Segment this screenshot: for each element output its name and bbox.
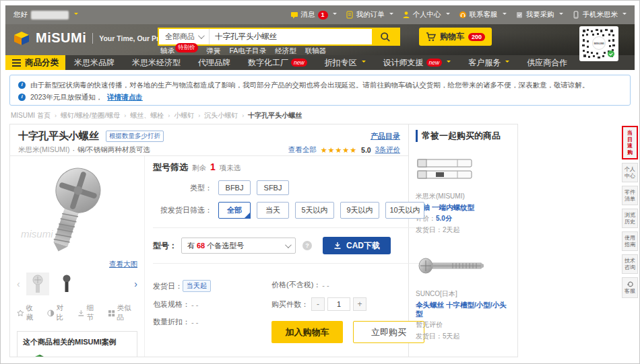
shaft-product-image[interactable] [416,158,478,181]
type-option-bfbj[interactable]: BFBJ [218,180,251,195]
thumbnail-2[interactable] [55,272,78,295]
help-icon[interactable]: ? [302,241,312,250]
model-select-dropdown[interactable]: 有 68 个备选型号 [181,238,296,254]
nav-item-agency-brand[interactable]: 代理品牌 [189,55,239,70]
search-category-dropdown[interactable]: 全部商品 [159,29,210,44]
carousel-next-icon[interactable]: › [134,279,137,289]
favorite-button[interactable]: 收藏 [17,303,40,322]
delivery-option-9days[interactable]: 9天以内 [340,202,379,219]
breadcrumb-home[interactable]: MISUMI 首页 [11,111,51,120]
side-item-customer-service[interactable]: 客服 [622,277,638,298]
cart-count-badge: 200 [468,33,485,41]
search-input[interactable] [210,29,372,44]
related-product-link[interactable]: 转轴 一端内螺纹型 [416,203,511,212]
qty-discount-value: - - [191,318,198,326]
username-redacted[interactable] [31,11,69,20]
related-item: 米思米(MISUMI) 转轴 一端内螺纹型 评价：5.0分 发货日：2天起 [416,158,511,235]
breadcrumb: MISUMI 首页 › 螺钉/螺栓/垫圈/螺母 › 螺丝、螺栓 › 小螺钉 › … [11,111,302,120]
divider [153,263,424,264]
cad-download-button[interactable]: CAD下载 [323,237,391,254]
contact-service-link[interactable]: 联系客服 [459,10,507,20]
chevron-down-icon [333,13,337,17]
new-badge: new [426,59,443,67]
star-icon [17,310,24,317]
product-main-image[interactable]: misumi [17,160,137,258]
delivery-option-10days[interactable]: 10天以内 [385,202,424,219]
delivery-option-all[interactable]: 全部 [218,202,251,219]
side-item-user-guide[interactable]: 使用指南 [622,231,638,251]
procurement-link[interactable]: 我要采购 [515,10,563,20]
logo-text: MiSUMi [36,30,86,46]
qty-increase-button[interactable]: + [353,297,366,311]
nav-item-misumi-economy[interactable]: 米思米经济型 [123,55,189,70]
cart-button[interactable]: 购物车 200 [419,28,492,46]
nav-item-digital-factory[interactable]: 数字化工厂 new [239,55,316,70]
compare-button[interactable]: 对比 [47,303,70,322]
delivery-option-sameday[interactable]: 当天 [257,202,289,219]
search-button[interactable] [372,29,399,44]
mobile-site-link[interactable]: 手机米思米 [572,10,627,20]
breadcrumb-level-2[interactable]: 螺丝、螺栓 [130,111,164,120]
my-orders-label: 我的订单 [356,10,385,20]
nav-item-misumi-brand[interactable]: 米思米品牌 [65,55,123,70]
misumi-case-box: 这个商品相关的MISUMI案例 夹紧传送机构 查看其他案例> [17,331,137,357]
breadcrumb-level-3[interactable]: 小螺钉 [174,111,194,120]
breadcrumb-level-4[interactable]: 沉头小螺钉 [204,111,238,120]
cart-icon [426,32,436,42]
carousel-prev-icon[interactable]: ‹ [17,279,20,289]
detail-download-button[interactable]: 细节 [77,303,100,322]
search-icon [380,32,391,42]
side-item-browse-history[interactable]: 浏览历史 [622,209,638,228]
side-item-parts-list[interactable]: 零件清单 [622,186,638,205]
nav-item-customer-service[interactable]: 客户服务 [459,55,518,70]
menu-icon [12,59,21,67]
nav-item-discount-zone[interactable]: 折扣专区 [316,55,375,70]
chevron-down-icon [559,13,563,17]
messages-link[interactable]: 消息 1 [290,10,337,20]
type-option-sfbj[interactable]: SFBJ [257,180,289,195]
quick-link-fa-catalog[interactable]: FA电子目录 [230,46,267,56]
messages-badge: 1 [318,11,328,20]
side-item-sameday-purchase[interactable]: 当日速购 [622,126,638,159]
my-orders-link[interactable]: 我的订单 [346,10,393,20]
account-label: 个人中心 [413,10,441,20]
product-header: 十字孔平头小螺丝 根据数量多少打折 产品目录 米思米(MISUMI) · 钢/不… [10,124,408,156]
chevron-down-icon [505,61,509,65]
star-rating-icons: ★★★★★ [321,146,357,155]
side-item-account[interactable]: 个人中心 [622,163,638,182]
qty-decrease-button[interactable]: - [311,297,325,311]
delivery-option-5days[interactable]: 5天以内 [295,202,334,219]
misumi-logo[interactable]: MiSUMi Your Time, Our Priority [13,30,177,46]
chevron-down-icon [74,13,78,17]
case-thumbnail[interactable] [23,353,49,357]
similar-items-button[interactable]: 类似品 [108,303,137,322]
screw-thumbnail-dark [59,274,74,294]
truss-head-screw-image[interactable] [416,348,495,357]
view-large-image-link[interactable]: 查看大图 [17,260,137,269]
review-count-link[interactable]: 3条评价 [375,145,400,155]
account-link[interactable]: 个人中心 [402,10,450,20]
nav-item-supplier-cooperation[interactable]: 供应商合作 [518,55,576,70]
view-all-link[interactable]: 查看全部 [288,145,317,155]
quick-link-springs[interactable]: 弹簧 [207,46,221,56]
quick-link-bearings[interactable]: 轴承 特别价 [160,46,198,56]
product-catalog-link[interactable]: 产品目录 [371,131,400,141]
quick-link-couplings[interactable]: 联轴器 [305,46,327,56]
related-rating: 评价：5.0分 [416,214,511,223]
thumbnail-1[interactable] [26,272,49,295]
messages-label: 消息 [301,10,315,20]
related-product-link[interactable]: 伞头螺丝 十字槽型/小型/小头型 [416,301,511,318]
add-to-cart-button[interactable]: 加入购物车 [271,321,343,343]
breadcrumb-level-1[interactable]: 螺钉/螺栓/垫圈/螺母 [61,111,120,120]
qty-value[interactable]: 1 [327,297,350,311]
pan-head-screw-image[interactable] [416,251,495,281]
procurement-label: 我要采购 [526,10,554,20]
notice-detail-link[interactable]: 详情请点击 [107,91,143,103]
nav-item-designer-support[interactable]: 设计师支援 new [375,55,460,70]
case-box-title: 这个商品相关的MISUMI案例 [23,337,131,347]
topbar-links: 消息 1 我的订单 个人中心 联系客服 我要采购 手机米思米 [290,10,627,20]
quick-link-economy[interactable]: 经济型 [275,46,296,56]
side-item-tech-support[interactable]: 技术咨询 [622,254,638,274]
chevron-down-icon [503,13,507,17]
nav-catalog-button[interactable]: 商品分类 [5,55,65,70]
